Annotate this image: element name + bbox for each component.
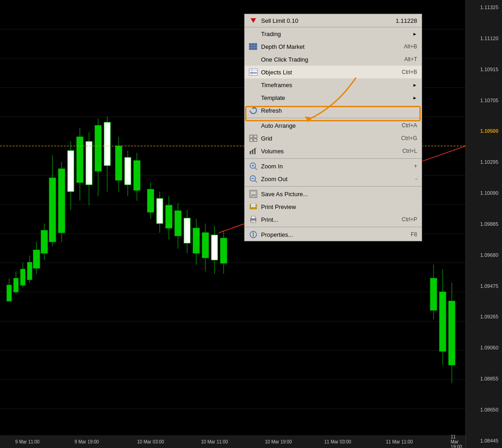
svg-rect-104 bbox=[251, 196, 256, 197]
svg-line-101 bbox=[255, 180, 257, 182]
svg-rect-44 bbox=[125, 157, 131, 185]
svg-rect-88 bbox=[250, 135, 253, 138]
time-label-2: 9 Mar 19:00 bbox=[74, 439, 99, 444]
timeframes-icon bbox=[248, 81, 258, 89]
svg-rect-66 bbox=[430, 278, 437, 310]
context-menu: Sell Limit 0.10 1.11228 Trading ► Depth … bbox=[244, 14, 422, 241]
grid-shortcut: Ctrl+G bbox=[401, 135, 417, 141]
zoom-out-label: Zoom Out bbox=[261, 176, 406, 182]
svg-rect-75 bbox=[249, 46, 251, 47]
svg-rect-62 bbox=[211, 235, 218, 260]
svg-rect-64 bbox=[220, 238, 227, 263]
menu-item-volumes[interactable]: Volumes Ctrl+L bbox=[245, 145, 422, 157]
time-label-1: 9 Mar 11:00 bbox=[15, 439, 39, 444]
zoom-in-icon bbox=[248, 162, 258, 170]
one-click-label: One Click Trading bbox=[261, 56, 395, 63]
menu-item-zoom-in[interactable]: Zoom In + bbox=[245, 160, 422, 172]
svg-rect-32 bbox=[86, 141, 92, 185]
svg-rect-81 bbox=[249, 69, 257, 75]
menu-item-properties[interactable]: Properties... F8 bbox=[245, 228, 422, 241]
menu-item-refresh[interactable]: Refresh bbox=[245, 104, 422, 117]
one-click-icon bbox=[248, 55, 258, 63]
svg-rect-16 bbox=[7, 285, 11, 301]
objects-list-icon bbox=[248, 68, 258, 76]
menu-item-zoom-out[interactable]: Zoom Out - bbox=[245, 172, 422, 185]
price-3: 1.10915 bbox=[468, 67, 500, 72]
price-15: 1.08445 bbox=[468, 438, 500, 443]
objects-list-label: Objects List bbox=[261, 69, 392, 76]
menu-item-objects-list[interactable]: Objects List Ctrl+B bbox=[245, 66, 422, 78]
refresh-icon bbox=[248, 106, 258, 115]
volumes-shortcut: Ctrl+L bbox=[403, 148, 417, 154]
svg-rect-54 bbox=[175, 211, 181, 236]
price-7: 1.10090 bbox=[468, 190, 500, 196]
print-shortcut: Ctrl+P bbox=[402, 216, 417, 223]
svg-rect-24 bbox=[49, 178, 56, 242]
trading-arrow: ► bbox=[413, 31, 417, 36]
svg-rect-30 bbox=[77, 137, 83, 182]
svg-rect-74 bbox=[255, 43, 257, 45]
svg-rect-42 bbox=[115, 146, 122, 180]
svg-rect-80 bbox=[255, 48, 257, 50]
svg-rect-52 bbox=[166, 205, 172, 228]
svg-rect-34 bbox=[95, 125, 101, 171]
zoom-out-icon bbox=[248, 175, 258, 183]
time-label-6: 11 Mar 03:00 bbox=[324, 439, 351, 444]
grid-label: Grid bbox=[261, 135, 392, 142]
svg-rect-68 bbox=[439, 292, 446, 351]
price-14: 1.08650 bbox=[468, 407, 500, 412]
save-as-picture-icon bbox=[248, 190, 258, 198]
menu-item-auto-arrange[interactable]: Auto Arrange Ctrl+A bbox=[245, 119, 422, 132]
menu-item-timeframes[interactable]: Timeframes ► bbox=[245, 78, 422, 91]
price-12: 1.09060 bbox=[468, 345, 500, 350]
time-label-3: 10 Mar 03:00 bbox=[137, 439, 164, 444]
svg-rect-26 bbox=[58, 169, 65, 233]
menu-item-grid[interactable]: Grid Ctrl+G bbox=[245, 132, 422, 145]
svg-rect-36 bbox=[104, 122, 110, 166]
svg-rect-73 bbox=[252, 43, 254, 45]
price-axis: 1.11325 1.11120 1.10915 1.10705 1.10500 … bbox=[465, 0, 502, 448]
svg-rect-20 bbox=[21, 269, 25, 285]
svg-rect-106 bbox=[251, 203, 256, 207]
save-as-picture-label: Save As Picture... bbox=[261, 191, 417, 198]
menu-item-trading[interactable]: Trading ► bbox=[245, 27, 422, 40]
svg-rect-48 bbox=[147, 189, 154, 212]
price-2: 1.11120 bbox=[468, 36, 500, 41]
menu-item-one-click-trading[interactable]: One Click Trading Alt+T bbox=[245, 53, 422, 66]
svg-rect-89 bbox=[254, 135, 257, 138]
svg-point-115 bbox=[253, 233, 254, 234]
zoom-out-shortcut: - bbox=[415, 176, 417, 182]
svg-rect-40 bbox=[41, 230, 47, 253]
svg-rect-90 bbox=[250, 139, 253, 141]
volumes-label: Volumes bbox=[261, 148, 393, 155]
menu-item-depth-of-market[interactable]: Depth Of Market Alt+B bbox=[245, 40, 422, 53]
svg-rect-76 bbox=[252, 46, 254, 47]
menu-item-template[interactable]: Template ► bbox=[245, 91, 422, 104]
sell-limit-header[interactable]: Sell Limit 0.10 1.11228 bbox=[245, 14, 422, 27]
refresh-label: Refresh bbox=[261, 107, 417, 114]
timeframes-arrow: ► bbox=[413, 83, 417, 88]
svg-rect-46 bbox=[134, 161, 140, 190]
properties-label: Properties... bbox=[261, 231, 402, 238]
menu-item-print[interactable]: Print... Ctrl+P bbox=[245, 213, 422, 226]
print-preview-label: Print Preview bbox=[261, 203, 417, 210]
auto-arrange-label: Auto Arrange bbox=[261, 122, 392, 129]
objects-list-shortcut: Ctrl+B bbox=[402, 69, 417, 75]
one-click-shortcut: Alt+T bbox=[404, 56, 417, 63]
time-label-5: 10 Mar 19:00 bbox=[265, 439, 292, 444]
svg-rect-38 bbox=[33, 250, 40, 268]
price-13: 1.08855 bbox=[468, 376, 500, 381]
sell-limit-label: Sell Limit 0.10 bbox=[261, 17, 396, 24]
zoom-in-label: Zoom In bbox=[261, 163, 405, 170]
menu-item-save-as-picture[interactable]: Save As Picture... bbox=[245, 188, 422, 200]
svg-rect-77 bbox=[255, 46, 257, 47]
menu-item-print-preview[interactable]: Print Preview bbox=[245, 200, 422, 213]
svg-line-98 bbox=[255, 167, 257, 170]
volumes-icon bbox=[248, 147, 258, 155]
time-label-7: 11 Mar 11:00 bbox=[386, 439, 413, 444]
sell-limit-icon bbox=[248, 16, 258, 25]
print-label: Print... bbox=[261, 216, 392, 223]
timeframes-label: Timeframes bbox=[261, 82, 408, 89]
price-5: 1.10500 bbox=[468, 128, 500, 134]
svg-rect-22 bbox=[27, 262, 32, 280]
